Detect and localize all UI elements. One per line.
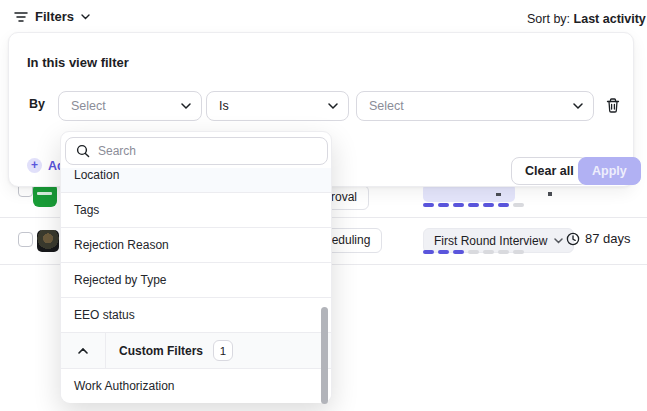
delete-filter-button[interactable]: [605, 97, 623, 115]
chevron-down-icon: [554, 238, 563, 244]
clear-all-button[interactable]: Clear all: [511, 157, 588, 185]
chevron-down-icon: [573, 103, 583, 110]
filter-field-select[interactable]: Select: [58, 91, 202, 121]
value-placeholder: Select: [369, 99, 404, 113]
option-work-authorization[interactable]: Work Authorization: [61, 369, 331, 403]
stage-progress: [423, 250, 524, 254]
time-in-stage: 87 days: [566, 231, 631, 246]
filter-operator-select[interactable]: Is: [206, 91, 349, 121]
stage-progress: [423, 203, 524, 207]
option-eeo-status[interactable]: EEO status: [61, 298, 331, 333]
plus-icon: +: [27, 158, 42, 173]
topbar: Filters Sort by: Last activity (New: [0, 0, 647, 32]
search-icon: [76, 144, 90, 158]
sort-by-label: Sort by:: [527, 12, 570, 26]
filter-options-dropdown: Location Tags Rejection Reason Rejected …: [60, 131, 332, 403]
option-rejected-by-type[interactable]: Rejected by Type: [61, 263, 331, 298]
operator-value: Is: [219, 99, 229, 113]
panel-title: In this view filter: [27, 55, 129, 70]
option-location[interactable]: Location: [61, 168, 331, 193]
option-tags[interactable]: Tags: [61, 193, 331, 228]
field-placeholder: Select: [71, 99, 106, 113]
section-count-badge: 1: [213, 340, 233, 361]
sort-by-value: Last activity (New: [574, 12, 647, 26]
chevron-down-icon: [181, 103, 191, 110]
stage-label: First Round Interview: [434, 234, 547, 248]
clipped-glyph: [496, 193, 501, 196]
filter-lines-icon: [14, 11, 28, 23]
chevron-down-icon: [81, 14, 90, 20]
avatar: [37, 230, 59, 252]
sort-by[interactable]: Sort by: Last activity (New: [527, 12, 647, 26]
apply-button[interactable]: Apply: [578, 157, 641, 185]
dropdown-scrollbar[interactable]: [321, 307, 328, 404]
by-label: By: [29, 97, 45, 111]
filters-button[interactable]: Filters: [14, 9, 90, 24]
filter-value-select[interactable]: Select: [356, 91, 594, 121]
row-checkbox[interactable]: [18, 232, 33, 247]
section-label: Custom Filters: [119, 344, 203, 358]
collapse-section-button[interactable]: [61, 333, 106, 368]
search-input[interactable]: [98, 144, 319, 158]
chevron-down-icon: [328, 103, 338, 110]
filters-label: Filters: [35, 9, 74, 24]
dropdown-search[interactable]: [65, 137, 328, 165]
duration-label: 87 days: [585, 231, 631, 246]
option-rejection-reason[interactable]: Rejection Reason: [61, 228, 331, 263]
custom-filters-section-header[interactable]: Custom Filters 1: [61, 333, 331, 369]
clipped-glyph: [548, 192, 552, 196]
clock-icon: [566, 232, 580, 246]
option-list: Location Tags Rejection Reason Rejected …: [61, 168, 331, 403]
